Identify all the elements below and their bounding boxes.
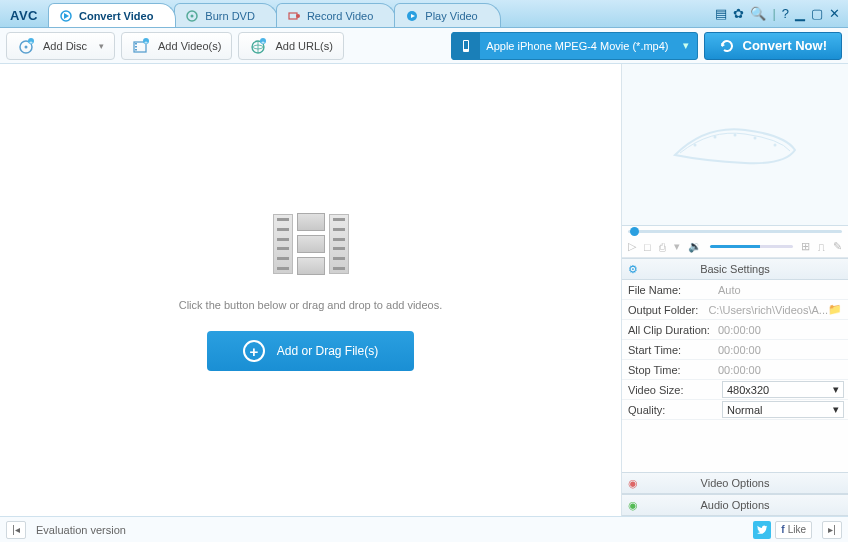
chevron-down-icon: ▾: [833, 383, 839, 396]
help-icon[interactable]: ?: [782, 6, 789, 21]
basic-settings: File Name: Auto Output Folder: C:\Users\…: [622, 280, 848, 420]
output-profile-dropdown[interactable]: Apple iPhone MPEG-4 Movie (*.mp4) ▾: [451, 32, 697, 60]
audio-options-header[interactable]: ◉ Audio Options: [622, 494, 848, 516]
section-label: Video Options: [644, 477, 848, 489]
main-area: Click the button below or drag and drop …: [0, 64, 848, 516]
edit-icon[interactable]: ✎: [833, 240, 842, 253]
chevron-down-icon: ▾: [99, 41, 104, 51]
setting-key: Stop Time:: [622, 364, 718, 376]
tab-label: Burn DVD: [205, 10, 255, 22]
folder-icon[interactable]: 📁: [828, 303, 842, 316]
setting-key: Quality:: [622, 404, 718, 416]
quality-dropdown[interactable]: Normal▾: [722, 401, 844, 418]
tabs: Convert Video Burn DVD Record Video Play…: [48, 3, 715, 27]
setting-value[interactable]: 00:00:00: [718, 344, 848, 356]
tab-record-video[interactable]: Record Video: [276, 3, 396, 27]
setting-value[interactable]: C:\Users\rich\Videos\A...📁: [708, 303, 848, 316]
play-icon: [405, 9, 419, 23]
volume-icon[interactable]: 🔉: [688, 240, 702, 253]
setting-value[interactable]: Auto: [718, 284, 848, 296]
button-label: Add or Drag File(s): [277, 344, 378, 358]
svg-rect-13: [135, 49, 137, 51]
add-urls-button[interactable]: + Add URL(s): [238, 32, 343, 60]
add-or-drag-files-button[interactable]: + Add or Drag File(s): [207, 331, 414, 371]
audio-icon: ◉: [622, 499, 644, 512]
setting-value[interactable]: 00:00:00: [718, 364, 848, 376]
gear-icon[interactable]: ✿: [733, 6, 744, 21]
tab-burn-dvd[interactable]: Burn DVD: [174, 3, 278, 27]
add-disc-button[interactable]: + Add Disc ▾: [6, 32, 115, 60]
next-page-button[interactable]: ▸|: [822, 521, 842, 539]
setting-row-output-folder: Output Folder: C:\Users\rich\Videos\A...…: [622, 300, 848, 320]
separator: |: [772, 6, 775, 21]
settings-icon[interactable]: ⊞: [801, 240, 810, 253]
prev-page-button[interactable]: |◂: [6, 521, 26, 539]
close-icon[interactable]: ✕: [829, 6, 840, 21]
button-label: Add URL(s): [275, 40, 332, 52]
drop-zone[interactable]: Click the button below or drag and drop …: [0, 64, 622, 516]
filmstrip-icon: [665, 115, 805, 175]
preview-seek-slider[interactable]: [622, 226, 848, 236]
disc-plus-icon: +: [17, 37, 35, 55]
tab-play-video[interactable]: Play Video: [394, 3, 500, 27]
tab-convert-video[interactable]: Convert Video: [48, 3, 176, 27]
status-text: Evaluation version: [36, 524, 126, 536]
setting-row-file-name: File Name: Auto: [622, 280, 848, 300]
svg-point-22: [714, 135, 717, 138]
svg-point-24: [754, 136, 757, 139]
disc-icon: [185, 9, 199, 23]
play-icon[interactable]: ▷: [628, 240, 636, 253]
setting-row-start-time: Start Time: 00:00:00: [622, 340, 848, 360]
chevron-down-icon[interactable]: ▾: [674, 240, 680, 253]
video-plus-icon: +: [132, 37, 150, 55]
globe-plus-icon: +: [249, 37, 267, 55]
video-placeholder-icon: [271, 209, 351, 279]
snapshot-icon[interactable]: ⎙: [659, 241, 666, 253]
social-buttons: fLike: [753, 521, 812, 539]
right-panel: ▷ □ ⎙ ▾ 🔉 ⊞ ⎍ ✎ ⚙ Basic Settings File Na…: [622, 64, 848, 516]
volume-slider[interactable]: [710, 245, 793, 248]
toolbar: + Add Disc ▾ + Add Video(s) + Add URL(s)…: [0, 28, 848, 64]
minimize-icon[interactable]: ▁: [795, 6, 805, 21]
convert-icon: [59, 9, 73, 23]
record-icon: [287, 9, 301, 23]
svg-rect-20: [464, 41, 468, 49]
video-size-dropdown[interactable]: 480x320▾: [722, 381, 844, 398]
titlebar: AVC Convert Video Burn DVD Record Video …: [0, 0, 848, 28]
svg-text:+: +: [144, 38, 148, 44]
basic-settings-header[interactable]: ⚙ Basic Settings: [622, 258, 848, 280]
video-icon: ◉: [622, 477, 644, 490]
section-label: Audio Options: [644, 499, 848, 511]
twitter-button[interactable]: [753, 521, 771, 539]
svg-point-2: [191, 14, 194, 17]
stop-icon[interactable]: □: [644, 241, 651, 253]
svg-text:+: +: [262, 38, 266, 44]
svg-rect-11: [135, 43, 137, 45]
convert-now-button[interactable]: Convert Now!: [704, 32, 843, 60]
preview-controls: ▷ □ ⎙ ▾ 🔉 ⊞ ⎍ ✎: [622, 236, 848, 258]
maximize-icon[interactable]: ▢: [811, 6, 823, 21]
tab-label: Convert Video: [79, 10, 153, 22]
svg-point-4: [296, 14, 300, 18]
setting-row-video-size: Video Size: 480x320▾: [622, 380, 848, 400]
equalizer-icon[interactable]: ⎍: [818, 241, 825, 253]
profile-label: Apple iPhone MPEG-4 Movie (*.mp4): [480, 40, 674, 52]
chevron-down-icon: ▾: [675, 39, 697, 52]
plus-circle-icon: +: [243, 340, 265, 362]
menu-icon[interactable]: ▤: [715, 6, 727, 21]
setting-key: Start Time:: [622, 344, 718, 356]
svg-rect-3: [289, 13, 297, 19]
tab-label: Record Video: [307, 10, 373, 22]
statusbar: |◂ Evaluation version fLike ▸|: [0, 516, 848, 542]
facebook-like-button[interactable]: fLike: [775, 521, 812, 539]
drop-hint-text: Click the button below or drag and drop …: [179, 299, 443, 311]
phone-icon: [452, 32, 480, 60]
section-label: Basic Settings: [644, 263, 848, 275]
video-options-header[interactable]: ◉ Video Options: [622, 472, 848, 494]
setting-row-stop-time: Stop Time: 00:00:00: [622, 360, 848, 380]
tab-label: Play Video: [425, 10, 477, 22]
add-videos-button[interactable]: + Add Video(s): [121, 32, 232, 60]
search-icon[interactable]: 🔍: [750, 6, 766, 21]
svg-point-21: [694, 143, 697, 146]
button-label: Add Disc: [43, 40, 87, 52]
